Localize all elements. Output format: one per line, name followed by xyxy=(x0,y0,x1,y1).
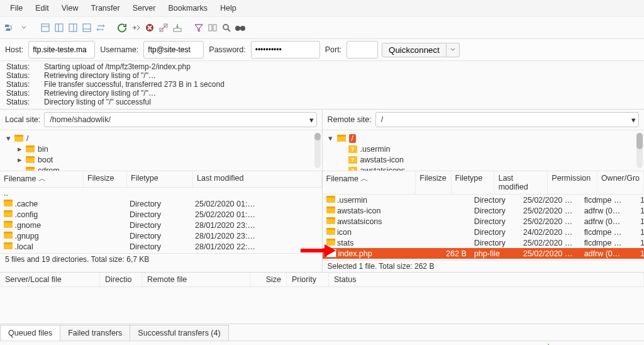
svg-rect-2 xyxy=(42,24,49,31)
menu-view[interactable]: View xyxy=(55,2,85,14)
folder-icon xyxy=(326,239,335,246)
local-summary: 5 files and 19 directories. Total size: … xyxy=(0,253,322,265)
sync-browse-icon[interactable] xyxy=(94,21,107,34)
password-input[interactable] xyxy=(251,41,320,59)
site-manager-icon[interactable] xyxy=(4,21,16,34)
chevron-down-icon[interactable]: ▾ xyxy=(309,115,314,125)
dropdown-caret-icon[interactable] xyxy=(18,21,30,34)
menu-edit[interactable]: Edit xyxy=(29,2,55,14)
unknown-folder-icon: ? xyxy=(348,156,357,164)
svg-rect-14 xyxy=(209,25,212,31)
svg-rect-1 xyxy=(6,28,10,31)
message-log[interactable]: Status:Starting upload of /tmp/fz3temp-2… xyxy=(0,61,644,110)
list-item: awstats-iconDirectory25/02/2020 …adfrw (… xyxy=(323,205,645,216)
local-site-label: Local site: xyxy=(5,115,40,124)
list-item: .gnomeDirectory28/01/2020 23:… xyxy=(0,220,322,230)
toggle-queue-icon[interactable] xyxy=(80,21,93,34)
list-item: iconDirectory24/02/2020 …flcdmpe …1000 1… xyxy=(323,227,645,237)
list-item: awstatsiconsDirectory25/02/2020 …adfrw (… xyxy=(323,216,645,227)
tab-queued[interactable]: Queued files xyxy=(0,325,60,341)
status-bar: Queue: empty xyxy=(0,341,644,345)
list-item: statsDirectory25/02/2020 …flcdmpe …1000 … xyxy=(323,237,645,248)
svg-rect-15 xyxy=(213,25,216,31)
reconnect-icon[interactable] xyxy=(171,21,184,34)
local-site-input[interactable]: /home/shadowlik/ ▾ xyxy=(44,112,316,127)
quickconnect-dropdown[interactable] xyxy=(447,43,460,57)
folder-icon xyxy=(326,228,335,235)
menu-bar: File Edit View Transfer Server Bookmarks… xyxy=(0,0,644,17)
folder-icon xyxy=(326,217,335,224)
svg-rect-8 xyxy=(83,24,91,31)
scrollbar-thumb[interactable] xyxy=(314,133,321,140)
folder-icon xyxy=(4,242,13,249)
queue-header[interactable]: Server/Local file Directio Remote file S… xyxy=(0,273,644,287)
password-label: Password: xyxy=(208,45,247,54)
folder-icon xyxy=(26,145,35,152)
scrollbar-thumb[interactable] xyxy=(636,133,643,149)
tab-failed[interactable]: Failed transfers xyxy=(60,325,130,341)
chevron-down-icon[interactable]: ▾ xyxy=(631,115,636,125)
process-queue-icon[interactable] xyxy=(130,21,142,34)
username-label: Username: xyxy=(99,45,140,54)
folder-icon xyxy=(326,206,335,213)
menu-help[interactable]: Help xyxy=(214,2,243,14)
folder-icon xyxy=(337,135,346,142)
username-input[interactable] xyxy=(143,41,204,59)
svg-rect-6 xyxy=(69,24,77,31)
svg-rect-4 xyxy=(55,24,63,31)
quickconnect-bar: Host: Username: Password: Port: Quickcon… xyxy=(0,39,644,61)
menu-bookmarks[interactable]: Bookmarks xyxy=(162,2,214,14)
compare-icon[interactable] xyxy=(206,21,219,34)
svg-rect-20 xyxy=(239,27,242,28)
refresh-icon[interactable] xyxy=(116,21,128,34)
menu-transfer[interactable]: Transfer xyxy=(85,2,126,14)
svg-line-17 xyxy=(228,29,230,31)
folder-icon xyxy=(14,135,23,142)
folder-icon xyxy=(326,196,335,203)
cancel-icon[interactable] xyxy=(143,21,156,34)
remote-site-input[interactable]: / ▾ xyxy=(375,112,639,127)
local-file-list[interactable]: .. .cacheDirectory25/02/2020 01:… .confi… xyxy=(0,188,322,253)
tool-bar xyxy=(0,17,644,39)
local-pane: Local site: /home/shadowlik/ ▾ ▾/ ▸bin ▸… xyxy=(0,110,323,272)
remote-tree[interactable]: ▾/ ?.usermin ?awstats-icon ?awstatsicons xyxy=(323,130,645,171)
disconnect-icon[interactable] xyxy=(157,21,170,34)
queue-list[interactable] xyxy=(0,287,644,324)
queue-tabs: Queued files Failed transfers Successful… xyxy=(0,324,644,341)
filter-icon[interactable] xyxy=(192,21,205,34)
remote-summary: Selected 1 file. Total size: 262 B xyxy=(323,260,645,272)
toggle-remote-tree-icon[interactable] xyxy=(67,21,79,34)
svg-point-16 xyxy=(223,25,228,30)
local-tree[interactable]: ▾/ ▸bin ▸boot cdrom xyxy=(0,130,322,171)
remote-list-header[interactable]: Filename ︿ Filesize Filetype Last modifi… xyxy=(323,171,645,195)
list-item: .localDirectory28/01/2020 22:… xyxy=(0,241,322,252)
folder-icon xyxy=(26,156,35,163)
quickconnect-button[interactable]: Quickconnect xyxy=(382,43,447,57)
tab-success[interactable]: Successful transfers (4) xyxy=(130,325,228,341)
folder-icon xyxy=(4,210,13,217)
local-list-header[interactable]: Filename ︿ Filesize Filetype Last modifi… xyxy=(0,171,322,188)
port-label: Port: xyxy=(324,45,343,54)
remote-file-list[interactable]: .userminDirectory25/02/2020 …flcdmpe …10… xyxy=(323,195,645,260)
list-item: .configDirectory25/02/2020 01:… xyxy=(0,209,322,220)
binoculars-icon[interactable] xyxy=(234,21,247,34)
menu-server[interactable]: Server xyxy=(126,2,162,14)
svg-rect-0 xyxy=(5,25,9,27)
search-icon[interactable] xyxy=(220,21,233,34)
svg-rect-13 xyxy=(174,28,181,31)
list-item: .userminDirectory25/02/2020 …flcdmpe …10… xyxy=(323,195,645,205)
list-item: .gnupgDirectory28/01/2020 23:… xyxy=(0,230,322,241)
list-item-selected: index.php262 Bphp-file25/02/2020 …adfrw … xyxy=(323,248,645,259)
host-label: Host: xyxy=(4,45,25,54)
port-input[interactable] xyxy=(347,41,378,59)
file-icon xyxy=(326,249,336,257)
remote-pane: Remote site: / ▾ ▾/ ?.usermin ?awstats-i… xyxy=(323,110,645,272)
toggle-local-tree-icon[interactable] xyxy=(53,21,65,34)
menu-file[interactable]: File xyxy=(4,2,29,14)
folder-icon xyxy=(4,221,13,228)
unknown-folder-icon: ? xyxy=(348,145,357,153)
host-input[interactable] xyxy=(28,41,95,59)
unknown-folder-icon: ? xyxy=(348,167,357,171)
folder-icon xyxy=(4,232,13,239)
toggle-log-icon[interactable] xyxy=(39,21,52,34)
